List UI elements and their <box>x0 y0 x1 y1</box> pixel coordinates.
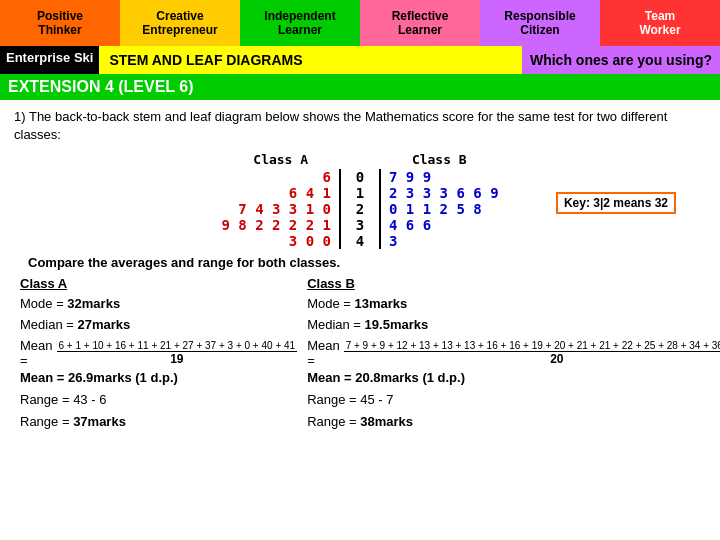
class-a-range1: Range = 43 - 6 <box>20 389 297 411</box>
tab-reflective-line1: Reflective <box>392 9 449 23</box>
class-b-label: Class B <box>307 276 720 291</box>
class-a-numerator: 6 + 1 + 10 + 16 + 11 + 21 + 27 + 37 + 3 … <box>57 340 298 352</box>
stem-header <box>340 152 380 169</box>
class-b-numerator: 7 + 9 + 9 + 12 + 13 + 13 + 13 + 16 + 16 … <box>344 340 720 352</box>
table-row: 607 9 9 <box>221 169 498 185</box>
tab-creative-entrepreneur[interactable]: Creative Entrepreneur <box>120 0 240 46</box>
tab-reflective-line2: Learner <box>398 23 442 37</box>
tab-positive-line2: Thinker <box>38 23 81 37</box>
class-a-mean-label: Mean = <box>20 338 53 368</box>
stem-cell: 3 <box>340 217 380 233</box>
class-b-range1: Range = 45 - 7 <box>307 389 720 411</box>
tab-responsible-line2: Citizen <box>520 23 559 37</box>
class-a-range-label1: Range = <box>20 392 73 407</box>
compare-text: Compare the averages and range for both … <box>28 255 706 270</box>
table-row: 6 4 112 3 3 3 6 6 9 <box>221 185 498 201</box>
table-row: 3 0 043 <box>221 233 498 249</box>
class-a-cell: 6 4 1 <box>221 185 340 201</box>
tab-responsible-line1: Responsible <box>504 9 575 23</box>
class-b-median-value: 19.5marks <box>365 317 429 332</box>
class-b-range-label2: Range = <box>307 414 360 429</box>
class-a-header: Class A <box>221 152 340 169</box>
class-a-range-value2: 37marks <box>73 414 126 429</box>
tab-responsible-citizen[interactable]: Responsible Citizen <box>480 0 600 46</box>
intro-text: 1) The back-to-back stem and leaf diagra… <box>14 108 706 144</box>
table-row: 9 8 2 2 2 2 134 6 6 <box>221 217 498 233</box>
class-b-cell: 2 3 3 3 6 6 9 <box>380 185 499 201</box>
class-b-range-value2: 38marks <box>360 414 413 429</box>
class-a-mode-label: Mode = <box>20 296 67 311</box>
class-a-stats: Class A Mode = 32marks Median = 27marks … <box>20 276 297 433</box>
class-a-range-label2: Range = <box>20 414 73 429</box>
class-b-stats: Class B Mode = 13marks Median = 19.5mark… <box>307 276 720 433</box>
tab-independent-line1: Independent <box>264 9 335 23</box>
stem-leaf-title: STEM AND LEAF DIAGRAMS <box>99 46 522 74</box>
class-a-range2: Range = 37marks <box>20 411 297 433</box>
class-a-median-value: 27marks <box>77 317 130 332</box>
class-b-median: Median = 19.5marks <box>307 315 720 336</box>
stem-cell: 4 <box>340 233 380 249</box>
stem-cell: 1 <box>340 185 380 201</box>
class-b-median-label: Median = <box>307 317 364 332</box>
class-a-mean-result: Mean = 26.9marks (1 d.p.) <box>20 370 297 385</box>
tab-team-line1: Team <box>645 9 675 23</box>
main-content: 1) The back-to-back stem and leaf diagra… <box>0 100 720 441</box>
tab-independent-line2: Learner <box>278 23 322 37</box>
class-a-mode-value: 32marks <box>67 296 120 311</box>
class-a-denominator: 19 <box>168 352 185 366</box>
stem-cell: 2 <box>340 201 380 217</box>
class-b-mode: Mode = 13marks <box>307 294 720 315</box>
class-b-header: Class B <box>380 152 499 169</box>
class-b-range2: Range = 38marks <box>307 411 720 433</box>
class-b-mode-label: Mode = <box>307 296 354 311</box>
class-a-mode: Mode = 32marks <box>20 294 297 315</box>
class-b-cell: 7 9 9 <box>380 169 499 185</box>
tab-bar: Positive Thinker Creative Entrepreneur I… <box>0 0 720 46</box>
tab-team-line2: Worker <box>639 23 680 37</box>
key-box: Key: 3|2 means 32 <box>556 192 676 214</box>
class-a-range-value1: 43 - 6 <box>73 392 106 407</box>
tab-reflective-learner[interactable]: Reflective Learner <box>360 0 480 46</box>
stem-cell: 0 <box>340 169 380 185</box>
tab-team-worker[interactable]: Team Worker <box>600 0 720 46</box>
class-a-cell: 7 4 3 3 1 0 <box>221 201 340 217</box>
tab-positive-thinker[interactable]: Positive Thinker <box>0 0 120 46</box>
class-a-median-label: Median = <box>20 317 77 332</box>
tab-creative-line1: Creative <box>156 9 203 23</box>
class-b-denominator: 20 <box>548 352 565 366</box>
stem-leaf-table: Class A Class B 607 9 96 4 112 3 3 3 6 6… <box>221 152 498 249</box>
header-row: Enterprise Ski STEM AND LEAF DIAGRAMS Wh… <box>0 46 720 74</box>
class-b-cell: 3 <box>380 233 499 249</box>
tab-independent-learner[interactable]: Independent Learner <box>240 0 360 46</box>
class-a-mean-fraction: Mean = 6 + 1 + 10 + 16 + 11 + 21 + 27 + … <box>20 338 297 368</box>
class-b-fraction-block: 7 + 9 + 9 + 12 + 13 + 13 + 13 + 16 + 16 … <box>344 340 720 366</box>
class-b-cell: 4 6 6 <box>380 217 499 233</box>
class-b-range-label1: Range = <box>307 392 360 407</box>
tab-creative-line2: Entrepreneur <box>142 23 217 37</box>
class-a-cell: 3 0 0 <box>221 233 340 249</box>
class-b-mean-fraction: Mean = 7 + 9 + 9 + 12 + 13 + 13 + 13 + 1… <box>307 338 720 368</box>
which-ones-label: Which ones are you using? <box>522 46 720 74</box>
diagram-wrapper: Class A Class B 607 9 96 4 112 3 3 3 6 6… <box>14 152 706 249</box>
class-b-mean-result: Mean = 20.8marks (1 d.p.) <box>307 370 720 385</box>
stats-grid: Class A Mode = 32marks Median = 27marks … <box>14 276 706 433</box>
class-a-label: Class A <box>20 276 297 291</box>
table-row: 7 4 3 3 1 020 1 1 2 5 8 <box>221 201 498 217</box>
class-b-mean-label: Mean = <box>307 338 340 368</box>
class-b-mode-value: 13marks <box>354 296 407 311</box>
extension-title: EXTENSION 4 (LEVEL 6) <box>0 74 720 100</box>
class-b-cell: 0 1 1 2 5 8 <box>380 201 499 217</box>
tab-positive-line1: Positive <box>37 9 83 23</box>
class-a-cell: 6 <box>221 169 340 185</box>
class-a-median: Median = 27marks <box>20 315 297 336</box>
enterprise-label: Enterprise Ski <box>0 46 99 74</box>
class-b-range-value1: 45 - 7 <box>360 392 393 407</box>
class-a-fraction-block: 6 + 1 + 10 + 16 + 11 + 21 + 27 + 37 + 3 … <box>57 340 298 366</box>
class-a-cell: 9 8 2 2 2 2 1 <box>221 217 340 233</box>
